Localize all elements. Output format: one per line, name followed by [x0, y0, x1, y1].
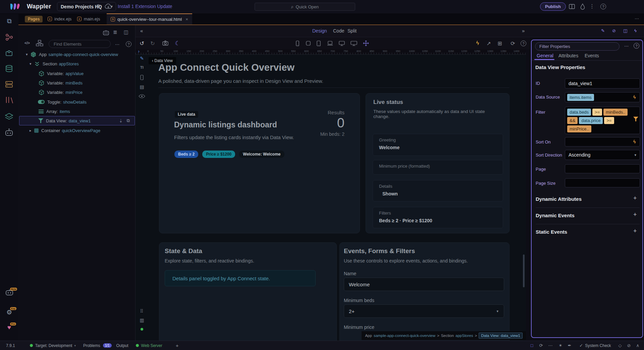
rail-layers-icon[interactable]	[0, 113, 18, 121]
add-dynamic-attribute-icon[interactable]: +	[633, 195, 637, 202]
tab-quick-overview-html[interactable]: 5 quick-overview--tour-manual.html ×	[107, 13, 192, 24]
dynamic-attributes-section[interactable]: Dynamic Attributes	[536, 196, 582, 202]
ai-robot-icon[interactable]	[102, 30, 110, 36]
highlight-frame-icon[interactable]: □	[531, 343, 533, 348]
tab-index-ejs[interactable]: e index.ejs	[44, 13, 75, 24]
chevron-down-icon[interactable]: ▾	[74, 344, 76, 347]
output-button[interactable]: Output	[116, 343, 128, 348]
sort-on-input[interactable]	[565, 137, 640, 147]
rail-experimental-icon[interactable]: ⚙Exp	[0, 308, 18, 316]
sort-bolt-icon[interactable]: ϟ	[633, 139, 636, 144]
rail-blocks-icon[interactable]	[0, 50, 18, 57]
site-structure-icon[interactable]	[36, 40, 43, 47]
cloud-download-icon[interactable]	[105, 4, 112, 9]
format-wand-icon[interactable]: ✶	[559, 343, 562, 348]
filter-expression-token[interactable]: >=	[604, 117, 614, 124]
page-input[interactable]	[565, 164, 640, 173]
rail-ai-beta-icon[interactable]: Beta	[0, 289, 18, 297]
help-icon[interactable]: ?	[600, 4, 606, 9]
panel-help-icon[interactable]: ?	[634, 43, 639, 49]
move-down-icon[interactable]: ⇣	[119, 118, 123, 123]
dynamic-events-section[interactable]: Dynamic Events	[536, 213, 575, 218]
mode-design[interactable]: Design	[312, 28, 327, 34]
dynamic-data-bolt-icon[interactable]: ϟ	[633, 95, 636, 100]
device-tablet-icon[interactable]	[317, 41, 321, 46]
filter-expression-token[interactable]: data.price	[579, 117, 603, 124]
rail-workflows-icon[interactable]	[0, 34, 18, 41]
close-tab-icon[interactable]: ×	[185, 17, 188, 22]
design-canvas[interactable]: ✎ TI ▤ ⠿ ▥ ‹ Data View App Connect Quick…	[136, 55, 526, 341]
tree-item-data-view[interactable]: Data View:data_view1 ⇣ ⧉	[19, 116, 135, 125]
add-dynamic-event-icon[interactable]: +	[633, 211, 637, 218]
problems-button[interactable]: Problems	[83, 343, 100, 348]
static-events-section[interactable]: Static Events	[536, 229, 567, 235]
undo-icon[interactable]: ↺	[138, 37, 146, 49]
rail-server-icon[interactable]	[0, 80, 18, 89]
mode-split[interactable]: Split	[347, 28, 357, 34]
reload-icon[interactable]: ⟳	[539, 343, 543, 348]
move-resize-icon[interactable]	[363, 40, 369, 46]
dom-list-icon[interactable]: ≣	[113, 29, 117, 35]
redo-icon[interactable]: ↻	[148, 37, 157, 49]
tab-general[interactable]: General	[537, 53, 553, 58]
filter-expression-token[interactable]: >=	[592, 109, 602, 116]
screenshot-camera-icon[interactable]	[162, 41, 168, 46]
strip-grid-icon[interactable]: ⠿	[138, 308, 146, 314]
find-elements-input[interactable]: Find Elements	[49, 40, 111, 48]
dark-mode-moon-icon[interactable]: ☾	[173, 37, 182, 49]
kebab-menu-icon[interactable]: ⋮	[588, 0, 596, 12]
canvas-scrollbar[interactable]	[523, 254, 525, 287]
rail-pages-icon[interactable]: ⧉	[0, 17, 18, 25]
data-source-input[interactable]: items.items	[565, 92, 640, 102]
collapse-right-icon[interactable]: »	[522, 28, 525, 34]
tree-item-variable-minbeds[interactable]: Variable:minBeds	[19, 78, 135, 88]
tree-item-variable-minprice[interactable]: Variable:minPrice	[19, 88, 135, 97]
webserver-button[interactable]: Web Server	[141, 343, 162, 348]
rail-pro-icon[interactable]: ♥Pro	[0, 324, 18, 331]
tree-item-variable-appvalue[interactable]: Variable:appValue	[19, 69, 135, 78]
quick-open-search[interactable]: ⌕ Quick Open	[255, 3, 355, 11]
strip-columns-icon[interactable]: ▥	[138, 317, 146, 323]
more-icon[interactable]: ⋯	[548, 343, 553, 348]
device-monitor-icon[interactable]	[339, 41, 345, 46]
edit-icon[interactable]: ✎	[601, 28, 605, 33]
toolbar-help-icon[interactable]: ?	[521, 41, 526, 46]
unlink-icon[interactable]: ⊘	[612, 28, 616, 33]
strip-paint-icon[interactable]: ▤	[138, 84, 146, 90]
sort-direction-select[interactable]: Ascending ▾	[565, 150, 640, 160]
tab-main-ejs[interactable]: e main.ejs	[73, 13, 104, 24]
code-view-icon[interactable]: </>	[24, 41, 30, 45]
publish-button[interactable]: Publish	[540, 2, 566, 11]
feedback-icon[interactable]: ✒	[568, 343, 571, 348]
filter-expression-token[interactable]: minPrice..	[567, 125, 591, 132]
split-panels-icon[interactable]: ◫	[124, 29, 128, 35]
tree-item-container[interactable]: ▸ ContainerquickOverviewPage	[19, 126, 135, 135]
apps-grid-icon[interactable]: ⊞	[495, 37, 504, 49]
active-element-crumb[interactable]: Data View: data_view1	[479, 333, 523, 339]
mode-code[interactable]: Code	[333, 28, 344, 34]
rail-database-icon[interactable]	[0, 65, 18, 73]
panel-more-icon[interactable]: ⋯	[624, 44, 629, 49]
device-phone-icon[interactable]	[296, 41, 299, 46]
collapse-bar-icon[interactable]: ∧	[636, 343, 639, 348]
strip-device-icon[interactable]	[138, 75, 146, 80]
page-size-input[interactable]	[565, 178, 640, 187]
strip-eye-icon[interactable]	[138, 94, 146, 98]
properties-filter-input[interactable]: Filter Properties	[535, 42, 620, 51]
name-input[interactable]: Welcome	[344, 278, 504, 291]
extension-update-link[interactable]: Install 1 Extension Update	[118, 4, 172, 9]
tab-attributes[interactable]: Attributes	[558, 53, 578, 58]
system-check-label[interactable]: System Check	[585, 343, 611, 348]
clean-icon[interactable]: ◇	[619, 343, 622, 348]
strip-edit-icon[interactable]: ✎	[138, 56, 146, 61]
tab-events[interactable]: Events	[585, 53, 599, 58]
tree-item-app[interactable]: ▾ Appsample-app-connect-quick-overview	[19, 50, 135, 59]
open-in-browser-icon[interactable]: ↗	[484, 37, 493, 49]
id-input[interactable]: data_view1	[565, 78, 640, 89]
live-data-card[interactable]: Live data Dynamic listings dashboard Fil…	[159, 93, 360, 233]
target-selector[interactable]: Target: Development	[35, 343, 72, 348]
device-square-icon[interactable]	[306, 41, 311, 46]
beds-select[interactable]: 2+ ▾	[344, 304, 504, 318]
device-laptop-icon[interactable]	[327, 41, 333, 46]
rail-library-icon[interactable]	[0, 96, 18, 104]
